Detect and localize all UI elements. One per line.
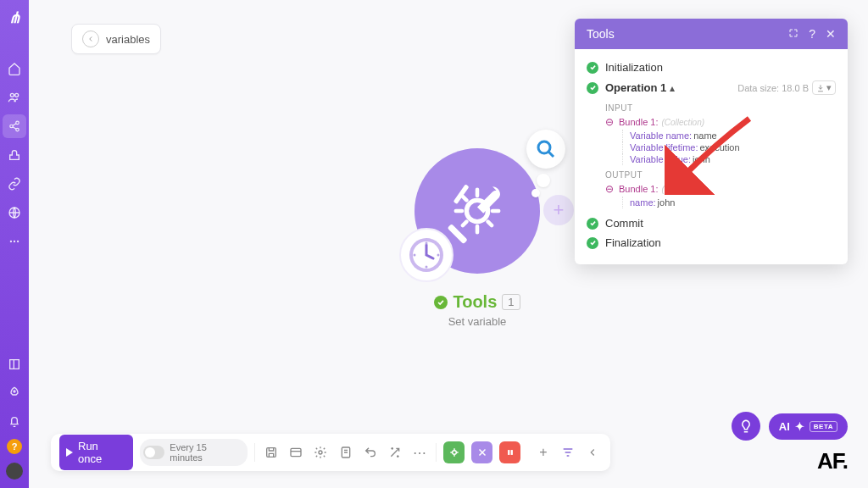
tools-module-node[interactable]: + Tools 1 Set variable	[415, 148, 540, 328]
panel-body: Initialization Operation 1 ▴ Data size: …	[575, 49, 848, 264]
undo-icon[interactable]	[361, 443, 379, 462]
settings-icon[interactable]	[312, 443, 330, 462]
inspect-bubble-icon[interactable]	[526, 130, 565, 169]
close-icon[interactable]: ✕	[826, 27, 836, 41]
help-icon[interactable]: ?	[809, 27, 815, 41]
check-icon	[587, 62, 598, 74]
output-section-label: OUTPUT	[605, 170, 836, 180]
output-bundle-1[interactable]: ⊖ Bundle 1: (Collection)	[605, 181, 836, 197]
module-op-count: 1	[502, 294, 520, 310]
schedule-toggle[interactable]	[143, 446, 164, 459]
svg-rect-21	[291, 448, 301, 456]
module-circle[interactable]: +	[415, 148, 540, 274]
nav-team-icon[interactable]	[3, 86, 26, 109]
check-icon	[587, 82, 598, 94]
panel-header[interactable]: Tools ? ✕	[575, 19, 848, 49]
app-logo: ⋔	[8, 8, 21, 27]
collapse-icon[interactable]: ⊖	[605, 183, 615, 195]
module-title-row: Tools 1	[415, 292, 540, 312]
tools-icon	[439, 173, 515, 249]
magic-icon[interactable]	[386, 443, 403, 462]
nav-bell-icon[interactable]	[3, 410, 26, 434]
data-size-label: Data size: 18.0 B	[737, 83, 809, 93]
execution-panel: Tools ? ✕ Initialization Operation 1 ▴ D…	[575, 19, 848, 264]
svg-point-9	[14, 391, 15, 392]
assist-cluster: AI ✦ BETA	[732, 412, 848, 441]
play-icon	[66, 448, 73, 457]
svg-point-2	[16, 121, 19, 125]
input-bundle-1[interactable]: ⊖ Bundle 1: (Collection)	[605, 114, 836, 130]
svg-point-0	[10, 93, 14, 97]
svg-point-19	[538, 141, 550, 153]
nav-globe-icon[interactable]	[3, 201, 26, 225]
sparkle-icon: ✦	[795, 420, 804, 433]
hint-button[interactable]	[732, 412, 760, 441]
nav-rocket-icon[interactable]	[3, 381, 26, 405]
grid-icon[interactable]	[287, 443, 304, 462]
nav-plugin-icon[interactable]	[3, 143, 26, 167]
schedule-label: Every 15 minutes	[170, 442, 239, 463]
left-sidebar: ⋔ ?	[0, 0, 29, 488]
add-icon[interactable]: +	[534, 443, 552, 462]
kv-output-name: name:john	[622, 197, 836, 208]
schedule-pill[interactable]: Every 15 minutes	[140, 439, 248, 466]
stage-commit[interactable]: Commit	[587, 214, 836, 233]
svg-point-17	[426, 266, 428, 269]
filter-icon[interactable]	[559, 443, 577, 462]
chevron-left-icon[interactable]	[584, 443, 602, 462]
svg-rect-25	[508, 450, 509, 455]
ai-assist-button[interactable]: AI ✦ BETA	[769, 413, 848, 440]
collapse-icon[interactable]: ⊖	[605, 116, 615, 128]
svg-point-8	[17, 241, 19, 242]
svg-point-22	[319, 451, 322, 454]
clock-badge-icon[interactable]	[399, 228, 453, 282]
run-once-button[interactable]: Run once	[59, 435, 133, 470]
user-avatar[interactable]	[6, 463, 23, 480]
nav-help-icon[interactable]: ?	[7, 439, 22, 454]
svg-point-15	[426, 242, 428, 245]
add-module-handle[interactable]: +	[543, 195, 574, 225]
download-button[interactable]: ▾	[812, 80, 836, 95]
nav-book-icon[interactable]	[3, 352, 26, 376]
nav-home-icon[interactable]	[3, 57, 26, 80]
svg-rect-26	[510, 450, 512, 455]
svg-point-7	[14, 241, 15, 242]
divider	[254, 443, 255, 462]
svg-point-1	[15, 93, 19, 97]
nav-link-icon[interactable]	[3, 172, 26, 196]
svg-point-16	[437, 254, 440, 257]
thought-dot	[537, 174, 550, 187]
auto-align-button[interactable]	[471, 441, 492, 463]
chevron-up-icon: ▴	[670, 82, 675, 94]
kv-variable-name: Variable name:name	[622, 130, 836, 141]
svg-point-4	[16, 128, 19, 131]
module-subtitle: Set variable	[415, 315, 540, 328]
stage-initialization[interactable]: Initialization	[587, 58, 836, 77]
kv-variable-lifetime: Variable lifetime:execution	[622, 141, 836, 153]
save-icon[interactable]	[262, 443, 280, 462]
expand-icon[interactable]	[788, 27, 798, 41]
notes-icon[interactable]	[337, 443, 354, 462]
input-section-label: INPUT	[605, 103, 836, 113]
thought-dot	[531, 189, 540, 197]
bottom-toolbar: Run once Every 15 minutes ⋯ +	[51, 434, 610, 471]
svg-point-6	[10, 241, 12, 242]
svg-point-3	[10, 125, 14, 128]
nav-more-icon[interactable]	[3, 230, 26, 253]
svg-point-24	[452, 451, 456, 455]
watermark-logo: AF.	[817, 448, 848, 474]
nav-share-icon[interactable]	[3, 114, 26, 138]
svg-rect-20	[267, 448, 276, 458]
stage-finalization[interactable]: Finalization	[587, 233, 836, 252]
check-icon	[587, 218, 598, 230]
divider	[436, 443, 437, 462]
svg-point-18	[414, 254, 416, 257]
more-icon[interactable]: ⋯	[411, 443, 429, 462]
beta-badge: BETA	[810, 421, 837, 432]
success-check-icon	[434, 296, 448, 309]
module-title: Tools	[453, 292, 497, 312]
explain-flow-button[interactable]	[443, 441, 465, 463]
kv-variable-value: Variable value:john	[622, 153, 836, 165]
stage-operation-1[interactable]: Operation 1 ▴ Data size: 18.0 B ▾	[587, 77, 836, 98]
stop-button[interactable]	[499, 441, 520, 463]
